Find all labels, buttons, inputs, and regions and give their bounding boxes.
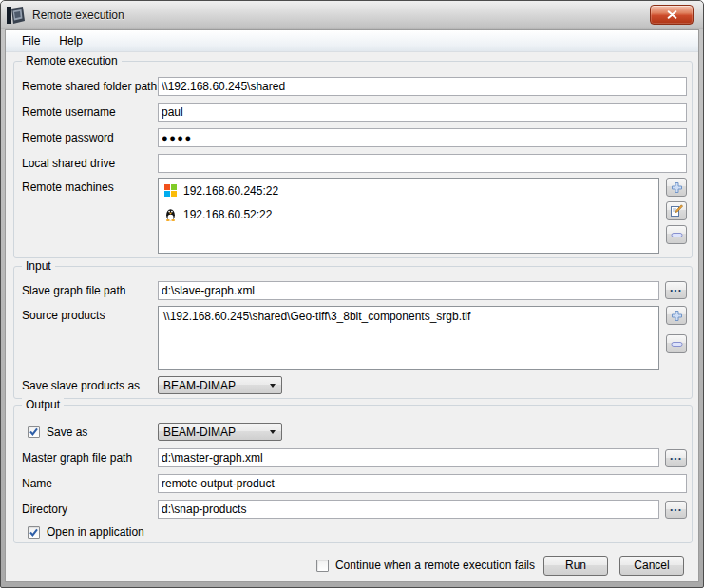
group-title: Output (22, 398, 64, 411)
chevron-down-icon (270, 384, 276, 388)
machine-address: 192.168.60.52:22 (183, 208, 272, 221)
remove-machine-button[interactable] (666, 225, 687, 244)
password-label: Remote password (22, 131, 158, 144)
run-button[interactable]: Run (543, 556, 608, 576)
ellipsis-icon: ... (670, 505, 682, 509)
ellipsis-icon: ... (670, 454, 682, 458)
continue-on-fail-checkbox[interactable] (316, 560, 329, 572)
password-input[interactable] (158, 128, 687, 147)
close-icon (667, 10, 677, 19)
save-slave-as-label: Save slave products as (22, 379, 158, 392)
local-drive-label: Local shared drive (22, 157, 158, 170)
titlebar[interactable]: Remote execution (1, 1, 703, 29)
save-slave-as-select[interactable]: BEAM-DIMAP (158, 376, 282, 394)
plus-icon (671, 310, 683, 322)
group-input: Input Slave graph file path ... Source p… (13, 266, 693, 399)
continue-on-fail-label: Continue when a remote execution fails (335, 559, 535, 572)
snap-icon (7, 6, 26, 25)
group-title: Input (22, 259, 55, 273)
source-products-label: Source products (22, 306, 158, 370)
minus-icon (671, 229, 683, 241)
directory-input[interactable] (158, 500, 659, 519)
window-title: Remote execution (32, 9, 124, 22)
open-in-application-checkbox[interactable] (28, 526, 40, 539)
remote-execution-dialog: Remote execution File Help Remote execut… (0, 0, 704, 588)
name-input[interactable] (158, 474, 687, 493)
group-title: Remote execution (22, 54, 122, 67)
chevron-down-icon (270, 430, 276, 434)
menu-file[interactable]: File (12, 31, 49, 50)
open-in-application-label: Open in application (47, 525, 144, 539)
machine-list-item[interactable]: 192.168.60.245:22 (159, 179, 658, 202)
browse-directory-button[interactable]: ... (665, 501, 687, 519)
machines-list[interactable]: 192.168.60.245:22 (158, 178, 659, 254)
name-label: Name (22, 477, 158, 490)
username-label: Remote username (22, 105, 158, 119)
shared-folder-input[interactable] (158, 77, 687, 96)
cancel-button[interactable]: Cancel (619, 556, 684, 576)
dialog-content: File Help Remote execution Remote shared… (5, 29, 699, 582)
directory-label: Directory (22, 503, 158, 516)
source-products-list[interactable]: \\192.168.60.245\shared\Geo-tiff\3_8bit_… (158, 306, 659, 370)
selected-format: BEAM-DIMAP (163, 379, 236, 392)
master-graph-input[interactable] (158, 448, 659, 467)
browse-slave-graph-button[interactable]: ... (665, 281, 687, 299)
machine-address: 192.168.60.245:22 (183, 184, 278, 198)
machines-label: Remote machines (22, 178, 158, 254)
local-drive-input[interactable] (158, 154, 687, 173)
footer: Continue when a remote execution fails R… (316, 555, 684, 576)
menu-help[interactable]: Help (49, 31, 92, 50)
slave-graph-input[interactable] (158, 281, 659, 300)
remove-source-product-button[interactable] (666, 334, 687, 353)
save-as-label: Save as (47, 426, 87, 439)
edit-icon (670, 204, 683, 218)
plus-icon (671, 181, 683, 194)
group-output: Output Save as BEAM-DIMAP Master graph f… (13, 405, 693, 543)
username-input[interactable] (158, 103, 687, 122)
slave-graph-label: Slave graph file path (22, 284, 158, 297)
source-product-path: \\192.168.60.245\shared\Geo-tiff\3_8bit_… (163, 310, 470, 323)
group-remote-execution: Remote execution Remote shared folder pa… (13, 61, 693, 258)
machine-list-item[interactable]: 192.168.60.52:22 (159, 202, 658, 226)
ellipsis-icon: ... (670, 286, 682, 290)
save-as-checkbox[interactable] (28, 426, 40, 438)
add-source-product-button[interactable] (666, 306, 687, 325)
menubar: File Help (6, 30, 698, 52)
save-as-format-select[interactable]: BEAM-DIMAP (158, 423, 282, 441)
minus-icon (671, 338, 683, 351)
windows-icon (164, 184, 177, 197)
close-button[interactable] (650, 5, 694, 25)
add-machine-button[interactable] (666, 178, 687, 197)
shared-folder-label: Remote shared folder path (22, 80, 158, 93)
selected-format: BEAM-DIMAP (163, 426, 236, 439)
browse-master-graph-button[interactable]: ... (665, 449, 687, 467)
source-product-item[interactable]: \\192.168.60.245\shared\Geo-tiff\3_8bit_… (159, 307, 658, 326)
edit-machine-button[interactable] (666, 201, 687, 220)
master-graph-label: Master graph file path (22, 451, 158, 465)
linux-icon (164, 208, 177, 221)
